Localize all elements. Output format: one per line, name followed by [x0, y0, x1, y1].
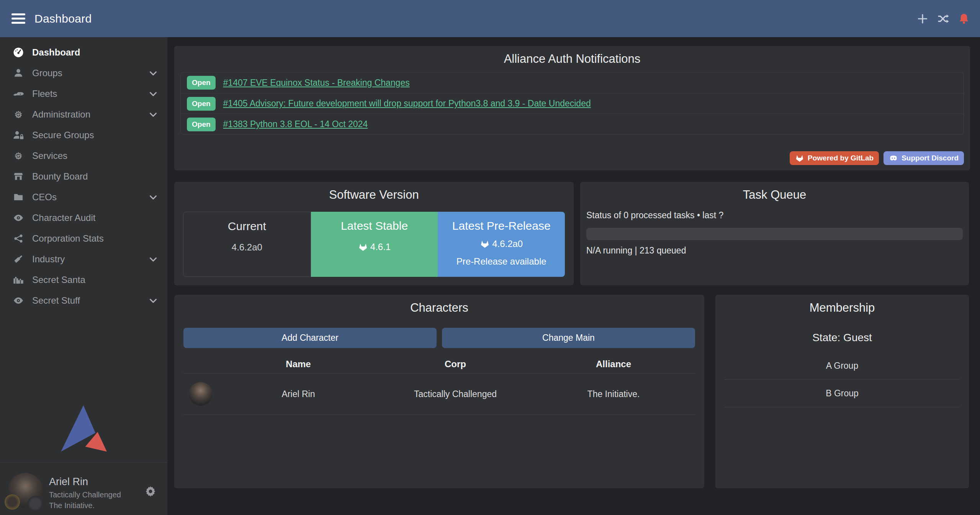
- sidebar-item-services[interactable]: ⚙⚙ Services: [0, 146, 167, 166]
- menu-toggle-icon[interactable]: [11, 13, 25, 24]
- sidebar-item-label: Character Audit: [32, 213, 95, 223]
- powered-by-gitlab-badge[interactable]: Powered by GitLab: [790, 151, 879, 165]
- eye-icon: [11, 295, 26, 306]
- sidebar-item-dashboard[interactable]: Dashboard: [0, 42, 167, 63]
- sidebar-item-label: CEOs: [32, 192, 57, 203]
- task-queue-panel: Task Queue Status of 0 processed tasks •…: [580, 182, 969, 285]
- sidebar-item-label: Corporation Stats: [32, 233, 104, 244]
- version-cell-value: 4.6.2a0: [438, 239, 565, 249]
- sidebar-item-bounty-board[interactable]: Bounty Board: [0, 166, 167, 187]
- user-name: Ariel Rin: [49, 476, 88, 488]
- sidebar-item-label: Bounty Board: [32, 171, 88, 182]
- badge-label: Powered by GitLab: [808, 154, 874, 162]
- version-cell-label: Current: [183, 220, 311, 233]
- character-alliance: The Initiative.: [532, 389, 695, 399]
- add-icon[interactable]: [916, 13, 929, 25]
- top-navbar: Dashboard: [0, 0, 980, 37]
- sidebar-item-ceos[interactable]: CEOs: [0, 187, 167, 208]
- sidebar-item-label: Groups: [32, 68, 62, 78]
- task-progress-bar: [586, 228, 963, 240]
- characters-title: Characters: [174, 301, 704, 315]
- sidebar-item-label: Administration: [32, 109, 90, 120]
- discord-icon: [889, 154, 898, 163]
- column-header-name: Name: [218, 359, 379, 369]
- version-cell-label: Latest Pre-Release: [438, 219, 565, 232]
- change-main-button[interactable]: Change Main: [442, 328, 695, 348]
- sidebar-item-secret-santa[interactable]: Secret Santa: [0, 270, 167, 290]
- task-queue-title: Task Queue: [580, 188, 969, 202]
- sidebar-item-groups[interactable]: Groups: [0, 63, 167, 83]
- gitlab-icon: [795, 154, 804, 163]
- characters-panel: Characters Add Character Change Main Nam…: [174, 295, 704, 488]
- sidebar-item-secure-groups[interactable]: Secure Groups: [0, 125, 167, 146]
- sidebar-menu: Dashboard Groups Fleets ⚙⚙ Administratio…: [0, 42, 167, 311]
- notification-link[interactable]: #1407 EVE Equinox Status - Breaking Chan…: [223, 78, 410, 88]
- sidebar-item-administration[interactable]: ⚙⚙ Administration: [0, 104, 167, 125]
- notification-link[interactable]: #1405 Advisory: Future development will …: [223, 98, 591, 109]
- notifications-panel: Alliance Auth Notifications Open #1407 E…: [174, 46, 970, 170]
- sidebar-item-fleets[interactable]: Fleets: [0, 83, 167, 104]
- sidebar-item-corporation-stats[interactable]: Corporation Stats: [0, 228, 167, 249]
- task-queue-status: Status of 0 processed tasks • last ?: [586, 210, 723, 221]
- hammer-icon: [11, 253, 26, 265]
- user-panel: Ariel Rin Tactically Challenged The Init…: [0, 469, 167, 515]
- sidebar-item-industry[interactable]: Industry: [0, 249, 167, 270]
- characters-table: Name Corp Alliance Ariel Rin Tactically …: [183, 355, 695, 415]
- chevron-down-icon: [147, 295, 159, 306]
- page-title: Dashboard: [34, 12, 92, 25]
- list-item: A Group: [725, 352, 960, 380]
- status-badge: Open: [187, 76, 216, 90]
- version-stable-cell: Latest Stable 4.6.1: [311, 212, 438, 277]
- add-character-button[interactable]: Add Character: [183, 328, 437, 348]
- version-cell-value: 4.6.1: [311, 242, 438, 252]
- version-cell-value: 4.6.2a0: [183, 242, 311, 253]
- notifications-title: Alliance Auth Notifications: [174, 52, 970, 66]
- characters-table-header: Name Corp Alliance: [183, 355, 695, 373]
- gauge-icon: [11, 47, 26, 58]
- notification-row: Open #1407 EVE Equinox Status - Breaking…: [181, 72, 964, 93]
- notifications-bell-icon[interactable]: [958, 13, 970, 25]
- alliance-auth-logo: [0, 404, 167, 453]
- badge-label: Support Discord: [901, 154, 959, 162]
- user-lock-icon: [11, 129, 26, 141]
- share-icon: [11, 233, 26, 244]
- main-content: Alliance Auth Notifications Open #1407 E…: [167, 37, 980, 515]
- sidebar-item-label: Dashboard: [32, 47, 80, 58]
- prerelease-note: Pre-Release available: [438, 256, 565, 267]
- task-queue-counts: N/A running | 213 queued: [586, 245, 686, 256]
- sidebar-item-label: Secret Santa: [32, 275, 85, 285]
- software-version-title: Software Version: [174, 188, 574, 202]
- sidebar-divider: [0, 462, 167, 463]
- list-item: B Group: [725, 380, 960, 407]
- notification-link[interactable]: #1383 Python 3.8 EOL - 14 Oct 2024: [223, 119, 368, 129]
- sidebar-item-label: Secure Groups: [32, 130, 94, 141]
- status-badge: Open: [187, 118, 216, 131]
- corp-logo-badge: [5, 494, 20, 510]
- gifts-icon: [11, 274, 26, 286]
- character-name: Ariel Rin: [218, 389, 379, 399]
- user-alliance: The Initiative.: [49, 501, 95, 510]
- user-settings-gear-icon[interactable]: [144, 485, 157, 497]
- eye-icon: [11, 212, 26, 224]
- software-version-panel: Software Version Current 4.6.2a0 Latest …: [174, 182, 574, 285]
- chevron-down-icon: [147, 67, 159, 79]
- notifications-list: Open #1407 EVE Equinox Status - Breaking…: [180, 72, 964, 135]
- gears-icon: ⚙⚙: [11, 150, 26, 162]
- sidebar-item-secret-stuff[interactable]: Secret Stuff: [0, 290, 167, 311]
- chevron-down-icon: [147, 253, 159, 265]
- chevron-down-icon: [147, 191, 159, 203]
- gitlab-icon: [480, 239, 490, 249]
- support-discord-badge[interactable]: Support Discord: [883, 151, 964, 165]
- sidebar-item-label: Secret Stuff: [32, 295, 80, 306]
- membership-panel: Membership State: Guest A Group B Group: [715, 295, 969, 488]
- shuffle-icon[interactable]: [937, 13, 949, 25]
- status-badge: Open: [187, 97, 216, 111]
- gitlab-icon: [358, 242, 368, 252]
- user-corp: Tactically Challenged: [49, 490, 121, 499]
- character-portrait: [189, 382, 213, 406]
- sidebar-item-label: Industry: [32, 254, 65, 265]
- shuttle-icon: [11, 88, 26, 100]
- sidebar-item-character-audit[interactable]: Character Audit: [0, 208, 167, 228]
- alliance-logo-badge: [28, 496, 43, 511]
- notification-row: Open #1383 Python 3.8 EOL - 14 Oct 2024: [181, 114, 964, 134]
